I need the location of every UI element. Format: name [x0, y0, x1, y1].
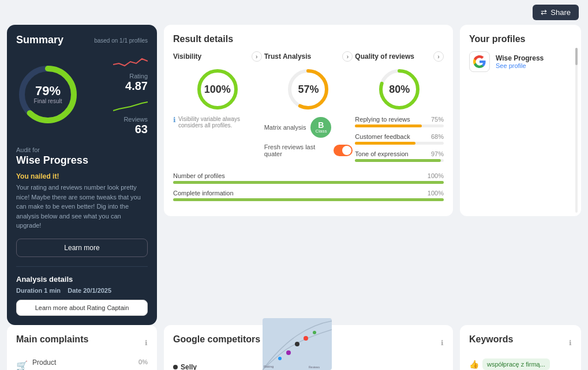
tone-label: Tone of expression	[355, 150, 408, 157]
date-label: Date	[68, 287, 81, 294]
rating-chart	[113, 53, 148, 70]
visibility-circle-container: 100%	[173, 66, 262, 112]
visibility-note: ℹ Visibility variable always considers a…	[173, 116, 262, 129]
feedback-label: Customer feedback	[355, 133, 410, 140]
summary-metrics-row: 79% Final result Rating 4.87 Reviews 63	[16, 53, 148, 136]
share-icon: ⇄	[541, 8, 547, 17]
quality-circle: 80%	[376, 66, 422, 112]
kw-row-1: 👍 współpracę z firmą...	[469, 358, 572, 370]
replying-label: Replying to reviews	[355, 116, 410, 123]
summary-card: Summary based on 1/1 profiles 79% Final …	[7, 25, 157, 325]
competitors-title: Google competitors	[173, 334, 260, 345]
complete-info-label: Complete information	[173, 190, 234, 197]
learn-more-button[interactable]: Learn more	[16, 239, 148, 257]
quality-chevron[interactable]: ›	[433, 51, 444, 62]
profiles-title: Your profiles	[469, 34, 572, 44]
quality-progress-section: Replying to reviews 75% Customer feedbac…	[355, 116, 444, 162]
your-profiles-card: Your profiles Wise Progress See profile	[460, 25, 581, 216]
bottom-row: Main complaints ℹ 🛒 Product 0% 🚚 Deliver…	[0, 325, 588, 371]
selly-dot	[173, 365, 178, 369]
replying-progress-row: Replying to reviews 75%	[355, 116, 444, 127]
toggle-dot	[342, 146, 351, 155]
quality-title: Quality of reviews	[355, 52, 414, 61]
b-class-badge: B Class	[310, 117, 331, 138]
selly-name: Selly	[181, 363, 197, 371]
result-top-grid: Visibility › 100% ℹ Visibility variable …	[173, 51, 444, 168]
analysis-meta: Duration 1 min Date 20/1/2025	[16, 287, 148, 294]
rating-value: 4.87	[125, 80, 148, 93]
duration-value: 1 min	[44, 287, 61, 294]
tone-value: 97%	[431, 150, 444, 157]
product-value: 0%	[138, 358, 148, 368]
info-circle-icon: ℹ	[173, 116, 176, 124]
tone-progress-row: Tone of expression 97%	[355, 150, 444, 162]
visibility-section: Visibility › 100% ℹ Visibility variable …	[173, 51, 262, 168]
complaints-card: Main complaints ℹ 🛒 Product 0% 🚚 Deliver…	[7, 325, 157, 371]
profile-details: Wise Progress See profile	[496, 54, 544, 69]
google-logo	[469, 51, 490, 72]
main-layout: Summary based on 1/1 profiles 79% Final …	[0, 25, 588, 332]
trust-circle: 57%	[285, 66, 331, 112]
profiles-label: Number of profiles	[173, 172, 225, 179]
fresh-toggle	[334, 145, 353, 156]
trust-chevron[interactable]: ›	[342, 51, 353, 62]
profile-name: Wise Progress	[496, 54, 544, 62]
result-details-card: Result details Visibility › 100%	[164, 25, 453, 216]
visibility-circle: 100%	[194, 66, 241, 112]
competitor-list: Selly ★ 4.7 💬 101	[173, 363, 253, 371]
complete-info-value: 100%	[428, 190, 444, 197]
competitor-selly: Selly ★ 4.7 💬 101	[173, 363, 253, 371]
complaint-product-info: Product 0%	[32, 358, 148, 371]
reviews-label: Reviews	[123, 116, 148, 123]
svg-point-14	[278, 357, 282, 360]
feedback-progress-row: Customer feedback 68%	[355, 133, 444, 145]
nailed-text: Your rating and reviews number look pret…	[16, 183, 148, 231]
matrix-label: Matrix analysis	[264, 124, 306, 131]
result-details-title: Result details	[173, 34, 444, 44]
audit-name: Wise Progress	[16, 154, 148, 167]
quality-circle-container: 80%	[355, 66, 444, 112]
analysis-title: Analysis details	[16, 275, 148, 284]
result-bottom-progress: Number of profiles 100% Complete informa…	[173, 172, 444, 201]
visibility-value: 100%	[204, 84, 231, 96]
product-name: Product	[32, 358, 56, 367]
replying-value: 75%	[431, 116, 444, 123]
trust-section: Trust Analysis › 57% Matrix analysis	[264, 51, 353, 168]
thumbs-up-icon-1: 👍	[469, 360, 479, 369]
learn-more-rc-button[interactable]: Learn more about Rating Captain	[16, 300, 148, 316]
final-label: Final result	[34, 99, 62, 105]
competitors-info-icon: ℹ	[441, 339, 444, 347]
complete-info-progress-row: Complete information 100%	[173, 190, 444, 201]
scatter-plot: Rating Reviews	[263, 318, 332, 370]
see-profile-link[interactable]: See profile	[496, 62, 544, 69]
reviews-value: 63	[135, 123, 148, 136]
trust-value: 57%	[298, 84, 319, 96]
keywords-card: Keywords ℹ 👍 współpracę z firmą... 👍 str…	[460, 325, 581, 371]
kw-tag-1[interactable]: współpracę z firmą...	[482, 358, 550, 370]
profile-item: Wise Progress See profile	[469, 51, 572, 72]
competitors-content: Selly ★ 4.7 💬 101	[173, 358, 444, 371]
donut-chart: 79% Final result	[16, 63, 80, 126]
complaint-product-row: 🛒 Product 0%	[16, 358, 148, 371]
quality-section: Quality of reviews › 80%	[355, 51, 444, 168]
nailed-it-label: You nailed it!	[16, 172, 148, 180]
share-label: Share	[550, 8, 571, 17]
keyword-tags: 👍 współpracę z firmą... 👍 strona wykonan…	[469, 358, 572, 371]
final-percent: 79%	[34, 84, 62, 98]
svg-point-10	[295, 342, 299, 346]
scrollbar	[575, 48, 578, 213]
duration-label: Duration	[16, 287, 42, 294]
svg-point-13	[313, 331, 316, 334]
matrix-row: Matrix analysis B Class	[264, 117, 353, 138]
scrollbar-thumb	[575, 48, 578, 65]
reviews-chart	[113, 96, 148, 114]
keywords-title: Keywords	[469, 334, 513, 345]
svg-point-12	[286, 350, 291, 355]
profiles-progress-row: Number of profiles 100%	[173, 172, 444, 184]
audit-for-label: Audit for	[16, 146, 148, 153]
feedback-value: 68%	[431, 133, 444, 140]
quality-value: 80%	[389, 84, 410, 96]
share-button[interactable]: ⇄ Share	[533, 5, 579, 20]
svg-point-11	[304, 336, 308, 341]
visibility-chevron[interactable]: ›	[252, 51, 262, 62]
